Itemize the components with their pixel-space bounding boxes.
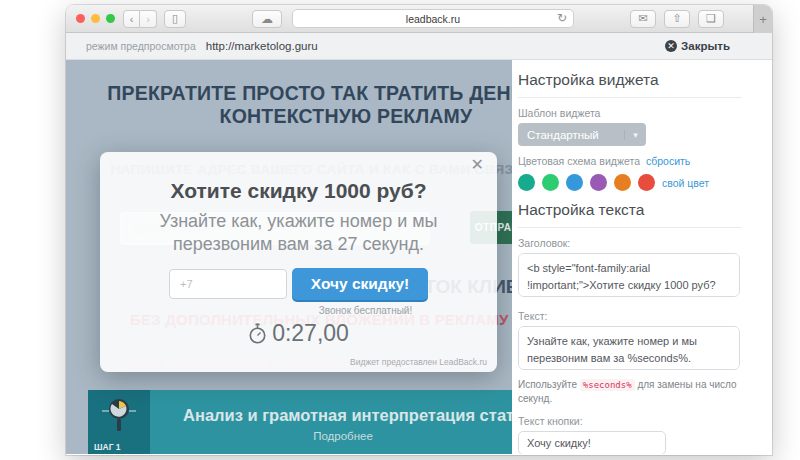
callback-widget-modal: ✕ Хотите скидку 1000 руб? Узнайте как, у… (100, 152, 497, 372)
preview-site-url: http://marketolog.guru (206, 40, 318, 52)
modal-title: Хотите скидку 1000 руб? (100, 152, 497, 203)
template-label: Шаблон виджета (518, 107, 742, 119)
magnifier-chart-icon (101, 395, 137, 435)
button-field-label: Текст кнопки: (518, 415, 742, 427)
color-swatch-green[interactable] (542, 174, 559, 191)
color-scheme-label: Цветовая схема виджета (518, 155, 640, 167)
color-swatch-blue[interactable] (566, 174, 583, 191)
desktop-canvas: ‹ › ▯ ☁ leadback.ru ↻ ✉ ⇧ ❏ + режим пред… (0, 0, 800, 460)
step-band-more-link[interactable]: Подробнее (183, 430, 503, 442)
zoom-window-button[interactable] (106, 14, 115, 23)
color-swatch-purple[interactable] (590, 174, 607, 191)
reset-colors-link[interactable]: сбросить (646, 155, 690, 167)
close-window-button[interactable] (76, 14, 85, 23)
minimize-window-button[interactable] (91, 14, 100, 23)
preview-bar: режим предпросмотра http://marketolog.gu… (66, 33, 772, 60)
phone-input[interactable] (169, 269, 287, 299)
url-bar[interactable]: leadback.ru ↻ (292, 9, 574, 28)
seconds-hint: Используйте %seconds% для замены на числ… (518, 378, 746, 406)
step-band: ШАГ 1 Анализ и грамотная интерпретация с… (88, 390, 512, 454)
timer-value: 0:27,00 (272, 320, 349, 347)
modal-close-icon[interactable]: ✕ (471, 155, 484, 174)
text-settings-title: Настройка текста (518, 201, 742, 228)
text-textarea[interactable]: Узнайте как, укажите номер и мы перезвон… (518, 326, 740, 370)
stopwatch-icon (248, 323, 267, 344)
modal-form-row: Хочу скидку! (100, 268, 497, 300)
heading-field-label: Заголовок: (518, 237, 742, 249)
template-selected-value: Стандартный (518, 129, 624, 141)
color-swatches: свой цвет (518, 174, 742, 191)
mail-icon[interactable]: ✉ (630, 10, 656, 28)
new-tab-button[interactable]: + (753, 5, 772, 33)
close-preview-label: Закрыть (681, 40, 730, 52)
color-swatch-red[interactable] (638, 174, 655, 191)
traffic-lights (76, 14, 115, 23)
chevron-down-icon: ▾ (624, 130, 646, 140)
toolbar-right-buttons: ✉ ⇧ ❏ (630, 10, 724, 28)
button-text-input[interactable] (518, 431, 666, 454)
color-scheme-row: Цветовая схема виджета сбросить (518, 155, 742, 167)
timer-row: 0:27,00 (100, 320, 497, 347)
icloud-icon[interactable]: ☁ (252, 10, 282, 28)
tabs-icon[interactable]: ❏ (698, 10, 724, 28)
step-number-label: ШАГ 1 (94, 442, 121, 452)
discount-button[interactable]: Хочу скидку! (292, 268, 428, 300)
browser-titlebar: ‹ › ▯ ☁ leadback.ru ↻ ✉ ⇧ ❏ + (66, 5, 772, 33)
content-area: ПРЕКРАТИТЕ ПРОСТО ТАК ТРАТИТЬ ДЕНЬГИ НА … (66, 60, 772, 454)
custom-color-link[interactable]: свой цвет (662, 177, 709, 189)
widget-settings-title: Настройка виджета (518, 71, 742, 98)
step-band-title: Анализ и грамотная интерпретация статист… (183, 406, 512, 425)
heading-textarea[interactable]: <b style="font-family:arial !important;"… (518, 253, 740, 297)
template-dropdown[interactable]: Стандартный ▾ (518, 123, 646, 146)
modal-body-text: Узнайте как, укажите номер и мы перезвон… (100, 210, 497, 255)
close-preview-button[interactable]: ✕ Закрыть (665, 40, 730, 52)
settings-panel: Настройка виджета Шаблон виджета Стандар… (512, 60, 772, 454)
step-icon-tile: ШАГ 1 (88, 390, 150, 454)
browser-window: ‹ › ▯ ☁ leadback.ru ↻ ✉ ⇧ ❏ + режим пред… (66, 5, 772, 455)
close-icon: ✕ (665, 40, 677, 52)
free-call-note: Звонок бесплатный! (167, 305, 512, 316)
forward-button[interactable]: › (140, 10, 157, 28)
widget-branding: Виджет предоставлен LeadBack.ru (350, 357, 487, 367)
preview-mode-label: режим предпросмотра (86, 40, 196, 52)
nav-buttons: ‹ › (123, 10, 157, 28)
url-text: leadback.ru (406, 13, 460, 25)
page-headline: ПРЕКРАТИТЕ ПРОСТО ТАК ТРАТИТЬ ДЕНЬГИ НА … (66, 82, 512, 128)
share-icon[interactable]: ⇧ (664, 10, 690, 28)
back-button[interactable]: ‹ (123, 10, 140, 28)
color-swatch-teal[interactable] (518, 174, 535, 191)
seconds-token: %seconds% (580, 379, 635, 391)
text-field-label: Текст: (518, 310, 742, 322)
color-swatch-orange[interactable] (614, 174, 631, 191)
site-preview: ПРЕКРАТИТЕ ПРОСТО ТАК ТРАТИТЬ ДЕНЬГИ НА … (66, 60, 512, 454)
refresh-icon[interactable]: ↻ (557, 11, 567, 25)
sidebar-icon[interactable]: ▯ (164, 10, 186, 28)
